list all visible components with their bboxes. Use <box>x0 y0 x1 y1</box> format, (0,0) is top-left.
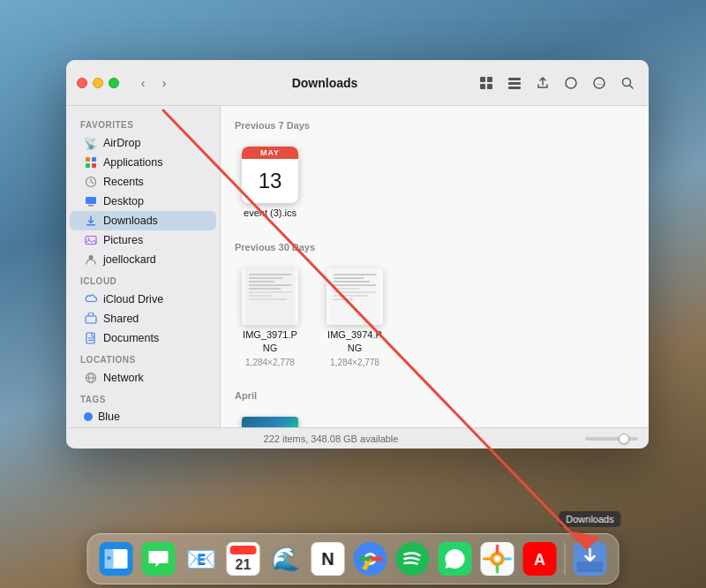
svg-point-7 <box>566 78 576 88</box>
svg-rect-15 <box>92 163 96 168</box>
svg-rect-56 <box>577 562 604 572</box>
zoom-slider[interactable] <box>585 437 638 441</box>
dock-item-chrome[interactable] <box>351 539 390 578</box>
dock-item-photos[interactable] <box>478 539 517 578</box>
dock-item-mail[interactable]: 📧 <box>182 539 221 578</box>
sidebar-item-desktop[interactable]: Desktop <box>70 192 216 211</box>
svg-rect-1 <box>487 77 492 82</box>
sidebar-item-network[interactable]: Network <box>70 368 216 388</box>
dock-item-calendar[interactable]: 21 <box>224 539 263 578</box>
file-name-img3974: IMG_3974.PNG <box>325 328 385 354</box>
dock-item-messages[interactable] <box>139 539 178 578</box>
file-item-img3971[interactable]: IMG_3971.PNG 1,284×2,778 <box>235 263 305 373</box>
applications-icon <box>84 155 98 170</box>
svg-rect-23 <box>86 316 96 323</box>
user-icon <box>84 253 98 267</box>
sidebar-item-label: joellockard <box>103 253 156 266</box>
dock-item-acrobat[interactable]: A <box>521 539 560 578</box>
icloud-icon <box>84 292 98 306</box>
dock-item-spotify[interactable] <box>394 539 432 578</box>
april-photo-thumbnail <box>242 417 298 427</box>
svg-rect-5 <box>508 82 521 85</box>
action-icon[interactable]: ··· <box>589 72 610 94</box>
status-bar: 222 items, 348.08 GB available <box>66 427 649 449</box>
search-icon[interactable] <box>617 72 638 94</box>
sidebar-item-documents[interactable]: Documents <box>70 328 216 348</box>
dock-item-finder[interactable] <box>97 539 136 578</box>
sidebar-item-label: Downloads <box>103 215 158 227</box>
sidebar-icloud-header: iCloud <box>66 269 220 290</box>
files-grid-april <box>235 411 635 427</box>
svg-text:A: A <box>534 551 545 569</box>
view-list-icon[interactable] <box>504 72 525 94</box>
file-name-ics: event (3).ics <box>244 207 297 219</box>
downloads-icon <box>84 214 98 228</box>
dock-item-notion[interactable]: N <box>309 539 348 578</box>
sidebar-item-label: iCloud Drive <box>103 293 163 305</box>
sidebar-item-joellockard[interactable]: joellockard <box>70 250 216 269</box>
svg-point-21 <box>88 238 90 240</box>
close-button[interactable] <box>77 78 87 88</box>
calendar-day: 13 <box>242 159 298 203</box>
finder-window: ‹ › Downloads <box>66 60 649 449</box>
file-name-img3971: IMG_3971.PNG <box>240 328 300 354</box>
toolbar-right: ··· <box>476 72 638 94</box>
sidebar-item-icloud-drive[interactable]: iCloud Drive <box>70 290 216 309</box>
svg-rect-13 <box>92 157 96 162</box>
network-icon <box>84 371 98 385</box>
view-grid-icon[interactable] <box>476 72 497 94</box>
sidebar-item-label: AirDrop <box>103 137 140 149</box>
sidebar-item-pictures[interactable]: Pictures <box>70 230 216 250</box>
window-title: Downloads <box>181 76 469 90</box>
desktop-icon <box>84 194 98 208</box>
svg-rect-14 <box>86 163 90 168</box>
sidebar-item-shared[interactable]: Shared <box>70 309 216 328</box>
sidebar-item-applications[interactable]: Applications <box>70 153 216 172</box>
file-item-april-photo[interactable] <box>235 411 305 427</box>
svg-rect-6 <box>508 87 521 89</box>
calendar-thumbnail: MAY 13 <box>242 147 298 203</box>
file-meta-img3974: 1,284×2,778 <box>330 358 379 367</box>
sidebar-item-label: Pictures <box>103 234 143 246</box>
svg-text:21: 21 <box>236 557 252 572</box>
file-item-img3974[interactable]: IMG_3974.PNG 1,284×2,778 <box>319 263 390 373</box>
sidebar-locations-header: Locations <box>66 348 220 368</box>
svg-rect-2 <box>480 84 485 89</box>
sidebar-item-label: Desktop <box>103 195 144 207</box>
svg-text:N: N <box>321 549 334 569</box>
slider-thumb <box>619 433 629 444</box>
file-item-ics[interactable]: MAY 13 event (3).ics <box>235 141 305 224</box>
blue-tag-icon <box>84 412 93 421</box>
section-label-april: April <box>235 390 635 401</box>
section-label-30days: Previous 30 Days <box>235 242 635 253</box>
forward-button[interactable]: › <box>154 73 174 93</box>
dock-item-downloads-stack[interactable]: Downloads <box>571 539 610 578</box>
tag-icon[interactable] <box>560 72 582 94</box>
minimize-button[interactable] <box>93 78 103 88</box>
airdrop-icon: 📡 <box>84 136 98 150</box>
svg-rect-4 <box>508 78 521 80</box>
finder-body: Favorites 📡 AirDrop Applications Recents <box>66 106 649 427</box>
sidebar-item-label: Shared <box>103 313 139 325</box>
sidebar-item-downloads[interactable]: Downloads <box>70 211 216 230</box>
nav-buttons: ‹ › <box>133 73 174 93</box>
share-icon[interactable] <box>532 72 553 94</box>
svg-rect-3 <box>487 84 492 89</box>
sidebar-item-label: Documents <box>103 332 159 344</box>
calendar-month: MAY <box>242 147 298 159</box>
content-area: Previous 7 Days MAY 13 event (3).ics Pre… <box>221 106 649 427</box>
recents-icon <box>84 175 98 189</box>
sidebar-item-tag-blue[interactable]: Blue <box>70 408 216 426</box>
sidebar-item-recents[interactable]: Recents <box>70 172 216 192</box>
back-button[interactable]: ‹ <box>133 73 153 93</box>
dock-item-arc[interactable]: 🌊 <box>267 539 305 578</box>
dock-item-whatsapp[interactable] <box>436 539 475 578</box>
sidebar-item-label: Applications <box>103 156 162 169</box>
sidebar-item-label: Network <box>103 372 144 384</box>
sidebar-item-airdrop[interactable]: 📡 AirDrop <box>70 133 216 153</box>
downloads-tooltip: Downloads <box>559 511 620 527</box>
sidebar-tags-header: Tags <box>66 388 220 408</box>
svg-point-35 <box>108 556 111 560</box>
maximize-button[interactable] <box>109 78 119 88</box>
svg-rect-12 <box>86 157 90 162</box>
